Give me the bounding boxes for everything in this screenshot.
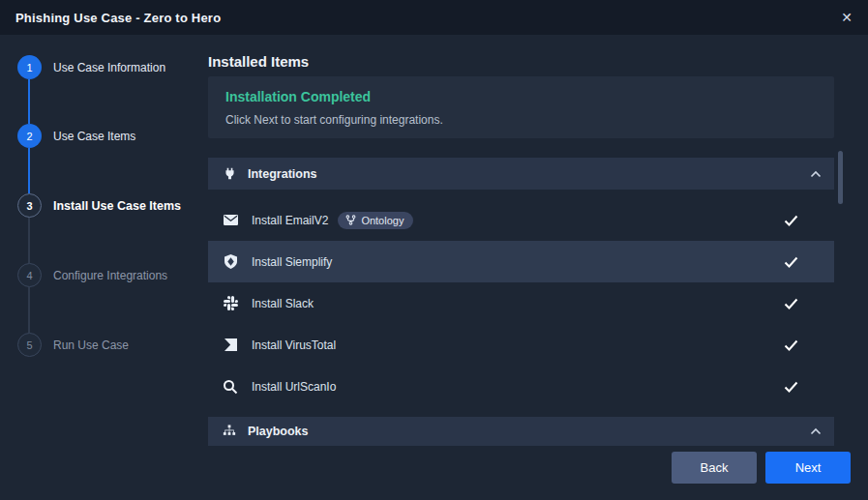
step-circle: 4	[17, 263, 42, 287]
list-item-urlscanio[interactable]: Install UrlScanIo	[208, 366, 834, 407]
section-header-integrations[interactable]: Integrations	[208, 158, 834, 190]
item-label: Install EmailV2	[252, 214, 328, 227]
playbooks-icon	[221, 425, 238, 438]
stepper-connector	[28, 218, 30, 263]
chevron-up-icon[interactable]	[810, 170, 822, 178]
item-label: Install VirusTotal	[252, 338, 336, 352]
step-circle: 3	[17, 193, 42, 218]
modal-title: Phishing Use Case - Zero to Hero	[15, 11, 221, 25]
check-icon	[784, 381, 798, 393]
list-item-siemplify[interactable]: Install Siemplify	[208, 241, 834, 282]
step-label: Use Case Information	[53, 61, 165, 74]
email-icon	[221, 215, 240, 225]
installation-banner: Installation Completed Click Next to sta…	[208, 76, 834, 138]
installed-items-list: Integrations Install EmailV2	[208, 158, 834, 446]
back-button[interactable]: Back	[672, 452, 757, 484]
section-label: Playbooks	[248, 425, 309, 438]
ontology-icon	[345, 215, 356, 225]
list-item-slack[interactable]: Install Slack	[208, 282, 834, 324]
banner-title: Installation Completed	[225, 89, 817, 104]
footer-actions: Back Next	[672, 452, 851, 484]
check-icon	[784, 298, 798, 309]
stepper-connector	[28, 287, 30, 333]
step-circle: 1	[17, 55, 42, 79]
scrollbar-thumb[interactable]	[838, 151, 843, 204]
stepper: 1 Use Case Information 2 Use Case Items …	[0, 35, 208, 500]
item-label: Install Siemplify	[252, 255, 332, 269]
check-icon	[784, 256, 798, 268]
step-circle: 2	[17, 124, 42, 148]
titlebar: Phishing Use Case - Zero to Hero ✕	[0, 0, 868, 35]
siemplify-icon	[221, 254, 240, 269]
step-label: Install Use Case Items	[53, 199, 181, 213]
list-item-virustotal[interactable]: Install VirusTotal	[208, 324, 834, 366]
main-content: Installed Items Installation Completed C…	[208, 35, 868, 500]
chevron-up-icon[interactable]	[810, 427, 822, 435]
close-icon[interactable]: ✕	[841, 11, 853, 24]
stepper-connector	[28, 79, 30, 124]
step-label: Configure Integrations	[53, 269, 167, 282]
integrations-icon	[221, 167, 238, 180]
step-use-case-information[interactable]: 1 Use Case Information	[17, 55, 165, 79]
virustotal-icon	[221, 338, 240, 351]
item-label: Install UrlScanIo	[252, 380, 336, 394]
next-button[interactable]: Next	[765, 452, 851, 484]
use-case-wizard-modal: Phishing Use Case - Zero to Hero ✕ 1 Use…	[0, 0, 868, 500]
check-icon	[784, 215, 798, 226]
check-icon	[784, 339, 798, 351]
modal-body: 1 Use Case Information 2 Use Case Items …	[0, 35, 868, 500]
step-circle: 5	[17, 333, 42, 357]
page-title: Installed Items	[208, 53, 834, 70]
step-configure-integrations[interactable]: 4 Configure Integrations	[17, 263, 167, 287]
ontology-badge: Ontology	[338, 212, 413, 229]
step-use-case-items[interactable]: 2 Use Case Items	[17, 124, 135, 148]
step-install-use-case-items[interactable]: 3 Install Use Case Items	[17, 193, 181, 218]
step-run-use-case[interactable]: 5 Run Use Case	[17, 333, 129, 357]
step-label: Run Use Case	[53, 338, 129, 352]
step-label: Use Case Items	[53, 130, 135, 143]
banner-subtitle: Click Next to start configuring integrat…	[225, 113, 817, 127]
magnifier-icon	[221, 379, 240, 395]
slack-icon	[221, 296, 240, 310]
item-label: Install Slack	[252, 297, 314, 310]
stepper-connector	[28, 148, 30, 193]
list-item-emailv2[interactable]: Install EmailV2 Ontology	[208, 199, 834, 241]
section-header-playbooks[interactable]: Playbooks	[208, 417, 834, 446]
section-label: Integrations	[248, 167, 317, 181]
badge-label: Ontology	[361, 215, 404, 226]
